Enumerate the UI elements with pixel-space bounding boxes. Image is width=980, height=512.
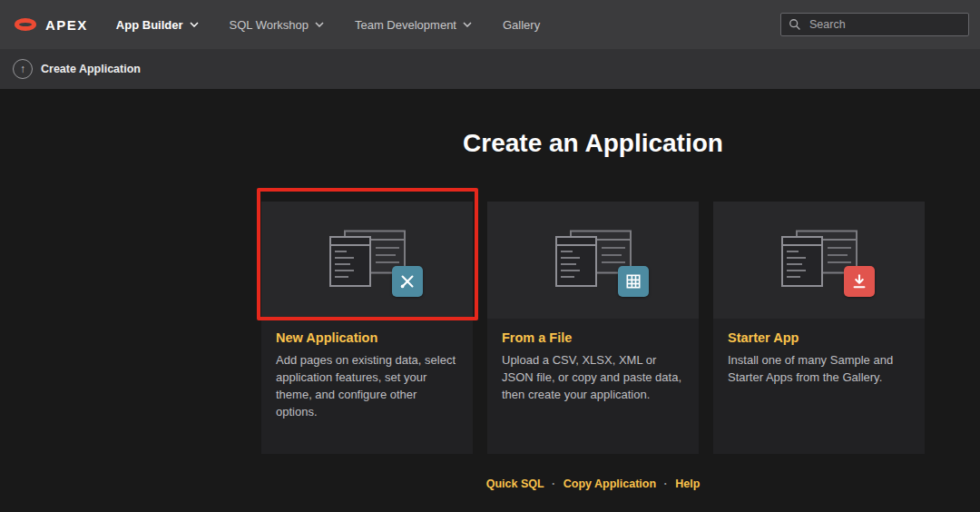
card-body: From a File Upload a CSV, XLSX, XML or J… — [487, 319, 699, 404]
main-nav: App Builder SQL Workshop Team Developmen… — [101, 0, 780, 49]
nav-item-sql-workshop[interactable]: SQL Workshop — [214, 0, 339, 49]
apex-create-application-page: { "navbar": { "brand": "APEX", "items": … — [0, 0, 980, 512]
card-row: New Application Add pages on existing da… — [261, 202, 925, 454]
page-title: Create an Application — [261, 131, 925, 156]
nav-item-label: Gallery — [503, 18, 540, 32]
breadcrumb-bar: ↑ Create Application — [0, 49, 980, 89]
main-content: Create an Application — [0, 89, 980, 490]
brand-label: APEX — [45, 17, 88, 33]
nav-item-team-development[interactable]: Team Development — [339, 0, 487, 49]
chevron-down-icon — [315, 22, 324, 27]
separator: · — [664, 478, 668, 490]
card-description: Upload a CSV, XLSX, XML or JSON file, or… — [502, 352, 684, 404]
link-help[interactable]: Help — [675, 478, 700, 490]
card-body: Starter App Install one of many Sample a… — [713, 319, 925, 387]
footer-links: Quick SQL · Copy Application · Help — [261, 478, 925, 490]
card-body: New Application Add pages on existing da… — [261, 319, 473, 421]
breadcrumb: Create Application — [41, 63, 141, 75]
card-starter-app[interactable]: Starter App Install one of many Sample a… — [713, 202, 925, 454]
nav-item-label: App Builder — [116, 18, 183, 32]
apex-brand[interactable]: APEX — [15, 17, 88, 33]
top-navbar: APEX App Builder SQL Workshop Team Devel… — [0, 0, 980, 49]
download-badge-icon — [844, 266, 875, 297]
nav-item-label: Team Development — [355, 18, 456, 32]
link-quick-sql[interactable]: Quick SQL — [486, 478, 544, 490]
nav-item-label: SQL Workshop — [230, 18, 309, 32]
up-arrow-icon[interactable]: ↑ — [13, 59, 33, 79]
card-icon-area — [713, 202, 925, 319]
search-box[interactable] — [780, 13, 969, 36]
chevron-down-icon — [190, 22, 199, 27]
card-title: From a File — [502, 330, 684, 345]
card-title: New Application — [276, 330, 458, 345]
grid-badge-icon — [618, 266, 649, 297]
card-description: Add pages on existing data, select appli… — [276, 352, 458, 421]
link-copy-application[interactable]: Copy Application — [564, 478, 656, 490]
card-icon-area — [487, 202, 699, 319]
card-description: Install one of many Sample and Starter A… — [728, 352, 910, 387]
search-icon — [789, 18, 801, 31]
card-title: Starter App — [728, 330, 910, 345]
apex-logo-icon — [15, 18, 36, 31]
separator: · — [552, 478, 555, 490]
nav-item-app-builder[interactable]: App Builder — [101, 0, 214, 49]
search-input[interactable] — [808, 17, 961, 32]
nav-item-gallery[interactable]: Gallery — [487, 0, 555, 49]
tools-badge-icon — [392, 266, 423, 297]
card-icon-area — [261, 202, 473, 319]
chevron-down-icon — [463, 22, 472, 27]
card-new-application[interactable]: New Application Add pages on existing da… — [261, 202, 473, 454]
card-from-a-file[interactable]: From a File Upload a CSV, XLSX, XML or J… — [487, 202, 699, 454]
